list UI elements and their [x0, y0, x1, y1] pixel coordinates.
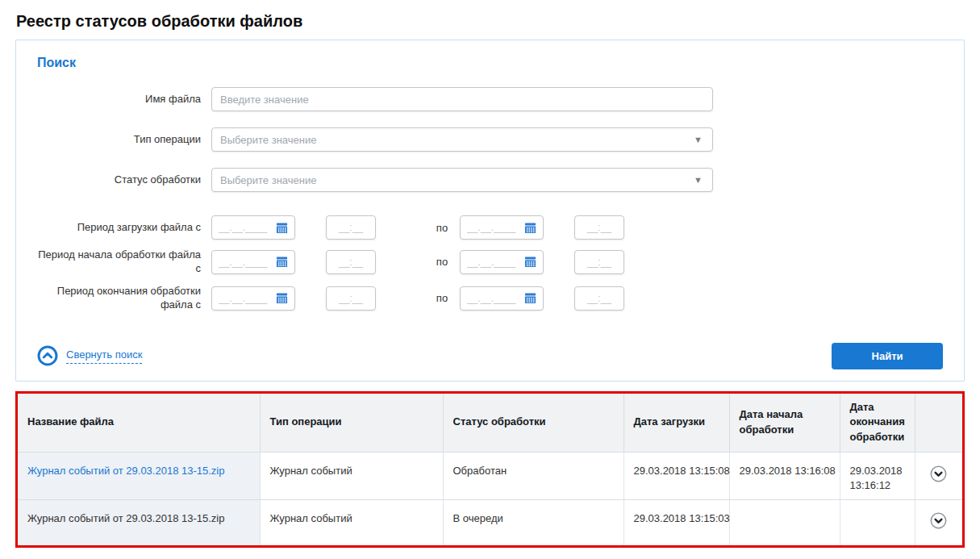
upload-date-from-input[interactable]: [219, 222, 273, 233]
calendar-icon[interactable]: [276, 256, 288, 268]
end-period-row: Период окончания обработки файла с по: [35, 285, 943, 312]
upload-period-label: Период загрузки файла с: [35, 221, 201, 235]
start-date-from-input[interactable]: [219, 257, 273, 268]
start-date-to-field[interactable]: [460, 250, 544, 274]
upload-time-from-input[interactable]: [335, 222, 367, 233]
start-date-from-field[interactable]: [211, 250, 295, 274]
table-row: Журнал событий от 29.03.2018 13-15.zip Ж…: [18, 453, 962, 500]
upload-date-to-input[interactable]: [467, 222, 522, 233]
end-time-to-field[interactable]: [574, 286, 624, 311]
cell-status: В очереди: [443, 500, 623, 545]
chevron-down-icon: ▼: [694, 136, 703, 144]
cell-start-date: [729, 500, 840, 545]
col-header-upload-date: Дата загрузки: [623, 394, 729, 453]
cell-upload-date: 29.03.2018 13:15:03: [623, 500, 729, 545]
collapse-search-control[interactable]: Свернуть поиск: [37, 345, 142, 366]
cell-actions: [915, 500, 962, 545]
file-link[interactable]: Журнал событий от 29.03.2018 13-15.zip: [27, 465, 224, 477]
processing-status-label: Статус обработки: [35, 173, 201, 187]
calendar-icon[interactable]: [276, 292, 288, 304]
end-time-from-input[interactable]: [335, 293, 367, 304]
find-button[interactable]: Найти: [832, 343, 943, 369]
cell-file-name: Журнал событий от 29.03.2018 13-15.zip: [18, 500, 260, 545]
file-name-text: Журнал событий от 29.03.2018 13-15.zip: [27, 512, 224, 524]
start-time-from-field[interactable]: [326, 250, 376, 274]
results-table-highlighted: Название файла Тип операции Статус обраб…: [15, 391, 965, 548]
cell-end-date: [840, 500, 915, 545]
upload-date-from-field[interactable]: [211, 215, 295, 240]
upload-time-from-field[interactable]: [326, 215, 376, 240]
start-period-row: Период начала обработки файла с по: [35, 248, 943, 276]
calendar-icon[interactable]: [524, 222, 536, 234]
calendar-icon[interactable]: [276, 222, 288, 234]
start-time-to-field[interactable]: [574, 250, 624, 274]
operation-type-label: Тип операции: [35, 133, 201, 147]
cell-end-date: 29.03.2018 13:16:12: [840, 453, 915, 500]
end-period-label: Период окончания обработки файла с: [35, 285, 201, 312]
table-header-row: Название файла Тип операции Статус обраб…: [18, 394, 962, 453]
end-date-from-input[interactable]: [219, 293, 273, 304]
cell-status: Обработан: [443, 453, 623, 500]
cell-upload-date: 29.03.2018 13:15:08: [623, 453, 729, 500]
upload-period-row: Период загрузки файла с по: [35, 215, 943, 240]
circle-chevron-down-icon: [930, 512, 947, 529]
expand-row-button[interactable]: [930, 465, 947, 482]
search-panel-footer: Свернуть поиск Найти: [35, 343, 943, 369]
period-to-label: по: [426, 292, 458, 304]
cell-file-name: Журнал событий от 29.03.2018 13-15.zip: [18, 453, 260, 500]
end-date-to-field[interactable]: [460, 286, 544, 311]
processing-status-row: Статус обработки Выберите значение ▼: [35, 168, 943, 192]
col-header-actions: [915, 394, 962, 453]
operation-type-select[interactable]: Выберите значение ▼: [211, 127, 713, 152]
cell-operation-type: Журнал событий: [260, 453, 443, 500]
table-row: Журнал событий от 29.03.2018 13-15.zip Ж…: [18, 500, 962, 545]
start-time-to-input[interactable]: [583, 257, 615, 268]
expand-row-button[interactable]: [930, 512, 947, 529]
period-to-label: по: [426, 222, 458, 234]
collapse-search-link[interactable]: Свернуть поиск: [66, 348, 142, 364]
end-time-to-input[interactable]: [583, 293, 615, 304]
circle-chevron-down-icon: [930, 465, 947, 482]
processing-status-placeholder: Выберите значение: [220, 174, 316, 186]
operation-type-row: Тип операции Выберите значение ▼: [35, 127, 943, 152]
col-header-file-name: Название файла: [18, 394, 260, 453]
cell-start-date: 29.03.2018 13:16:08: [729, 453, 840, 500]
end-date-from-field[interactable]: [211, 286, 295, 311]
chevron-down-icon: ▼: [694, 176, 703, 185]
col-header-operation-type: Тип операции: [260, 394, 443, 453]
col-header-start-date: Дата начала обработки: [729, 394, 840, 453]
file-name-input[interactable]: [211, 87, 713, 111]
processing-status-select[interactable]: Выберите значение ▼: [211, 168, 713, 192]
col-header-end-date: Дата окончания обработки: [840, 394, 915, 453]
upload-time-to-field[interactable]: [574, 215, 624, 240]
search-panel-title: Поиск: [37, 56, 943, 70]
page-title: Реестр статусов обработки файлов: [16, 12, 965, 31]
operation-type-placeholder: Выберите значение: [220, 134, 316, 146]
calendar-icon[interactable]: [524, 292, 536, 304]
files-table: Название файла Тип операции Статус обраб…: [18, 394, 962, 545]
page: Реестр статусов обработки файлов Поиск И…: [0, 12, 980, 548]
end-time-from-field[interactable]: [326, 286, 376, 311]
search-panel: Поиск Имя файла Тип операции Выберите зн…: [15, 40, 965, 382]
cell-actions: [915, 453, 962, 500]
upload-date-to-field[interactable]: [460, 215, 544, 240]
start-period-label: Период начала обработки файла с: [35, 248, 201, 276]
period-to-label: по: [426, 256, 458, 268]
start-time-from-input[interactable]: [335, 257, 367, 268]
circle-chevron-up-icon[interactable]: [37, 345, 58, 366]
cell-operation-type: Журнал событий: [260, 500, 443, 545]
end-date-to-input[interactable]: [467, 293, 522, 304]
file-name-row: Имя файла: [35, 87, 943, 111]
start-date-to-input[interactable]: [467, 257, 522, 268]
file-name-label: Имя файла: [35, 93, 201, 106]
upload-time-to-input[interactable]: [583, 222, 615, 233]
col-header-status: Статус обработки: [443, 394, 623, 453]
calendar-icon[interactable]: [524, 256, 536, 268]
